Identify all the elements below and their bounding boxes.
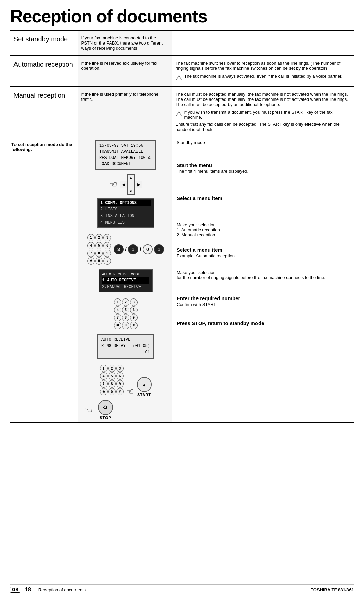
keypad-bigkeys-row: 1 2 3 4 5 6 7 8 9 ✱ (83, 233, 169, 266)
slash-2: / (140, 246, 141, 253)
step7-title: Enter the required number (177, 295, 351, 301)
key-6[interactable]: 6 (103, 242, 111, 249)
key3-1[interactable]: 1 (100, 365, 108, 372)
key-star[interactable]: ✱ (87, 257, 95, 265)
warning-automatic: ⚠ The fax machine is always activated, e… (176, 74, 351, 82)
section-manual-reception: Manual reception If the line is used pri… (10, 87, 354, 137)
key3-0[interactable]: 0 (108, 388, 116, 395)
page-title: Reception of documents (10, 0, 354, 31)
key2-2[interactable]: 2 (122, 298, 129, 306)
nav-arrows: ▲ ◀ ▶ ▼ (120, 174, 142, 195)
step6-right: Make your selection for the number of ri… (177, 270, 351, 283)
key-2[interactable]: 2 (95, 234, 103, 241)
mid-set-standby: If your fax machine is connected to the … (78, 31, 172, 56)
key3-3[interactable]: 3 (116, 365, 124, 372)
heading-set-standby: Set standby mode (10, 31, 78, 56)
left-arrow[interactable]: ◀ (120, 181, 127, 188)
key2-3[interactable]: 3 (130, 298, 138, 306)
finger-icon-2: ☞ (126, 386, 134, 397)
key3-5[interactable]: 5 (108, 372, 116, 380)
keypad-row-2: 1 2 3 4 5 6 7 8 9 ✱ (83, 297, 169, 331)
key2-star[interactable]: ✱ (114, 322, 121, 329)
warning-icon-manual: ⚠ (176, 110, 182, 118)
page-container: Reception of documents Set standby mode … (0, 0, 364, 598)
key3-9[interactable]: 9 (116, 380, 124, 388)
step2-right: Start the menu The first 4 menu items ar… (177, 162, 351, 176)
stop-label: STOP (100, 416, 111, 420)
key-4[interactable]: 4 (87, 242, 95, 249)
device-standby-display: 15-03-97 SAT 19:56 TRANSMIT AVAILABLE RE… (95, 140, 156, 171)
keypad-2: 1 2 3 4 5 6 7 8 9 ✱ (114, 298, 138, 329)
right-arrow[interactable]: ▶ (135, 181, 142, 188)
key2-4[interactable]: 4 (114, 306, 121, 314)
ring-delay-line2: RING DELAY = (01-05) (101, 343, 150, 349)
key2-8[interactable]: 8 (122, 314, 129, 321)
key-hash[interactable]: # (103, 257, 111, 265)
center-btn[interactable] (127, 181, 135, 188)
mid-manual: If the line is used primarily for teleph… (78, 87, 172, 137)
key3-4[interactable]: 4 (100, 372, 108, 380)
step7-sub: Confirm with START (177, 302, 351, 307)
steps-section: To set reception mode do the following: … (10, 137, 354, 423)
start-button-group: ⬧ START (137, 377, 152, 397)
auto-receive-item-1: 1.AUTO RECEIVE (102, 277, 149, 284)
key-7[interactable]: 7 (87, 250, 95, 257)
step4-header: Make your selection (177, 222, 351, 227)
steps-right-col: Standby mode Start the menu The first 4 … (172, 137, 354, 422)
keypad-3: 1 2 3 4 5 6 7 8 9 ✱ (100, 365, 124, 395)
key2-7[interactable]: 7 (114, 314, 121, 321)
heading-manual: Manual reception (10, 87, 78, 137)
start-button[interactable]: ⬧ (137, 377, 152, 392)
stop-row: ☞ ⭘ STOP (85, 400, 171, 420)
menu-display: 1.COMM. OPTIONS 2.LISTS 3.INSTALLATION 4… (97, 198, 154, 228)
standby-display: 15-03-97 SAT 19:56 TRANSMIT AVAILABLE RE… (95, 140, 156, 170)
display-line4: LOAD DOCUMENT (99, 161, 152, 167)
key2-1[interactable]: 1 (114, 298, 121, 306)
key2-0[interactable]: 0 (122, 322, 129, 329)
key3-star[interactable]: ✱ (100, 388, 108, 395)
key2-5[interactable]: 5 (122, 306, 129, 314)
auto-receive-display: AUTO RECEIVE MODE 1.AUTO RECEIVE 2.MANUA… (99, 269, 153, 292)
key2-hash[interactable]: # (130, 322, 138, 329)
stop-button[interactable]: ⭘ (98, 400, 113, 415)
ring-delay-num: 01 (101, 349, 150, 356)
big-key-1b[interactable]: 1 (154, 244, 164, 254)
keypad-left: 1 2 3 4 5 6 7 8 9 ✱ (87, 234, 111, 265)
ring-delay-display: AUTO RECEIVE RING DELAY = (01-05) 01 (97, 334, 154, 359)
section-automatic-reception: Automatic reception If the line is reser… (10, 56, 354, 87)
key2-9[interactable]: 9 (130, 314, 138, 321)
key-1[interactable]: 1 (87, 234, 95, 241)
steps-label: To set reception mode do the following: (10, 137, 78, 422)
step3-right: Select a menu item (177, 195, 351, 209)
big-key-1[interactable]: 1 (128, 244, 138, 254)
step5-right: Select a menu item Example: Automatic re… (177, 247, 351, 260)
footer-section-title: Reception of documents (38, 587, 86, 592)
key-5[interactable]: 5 (95, 242, 103, 249)
key3-8[interactable]: 8 (108, 380, 116, 388)
key-0[interactable]: 0 (95, 257, 103, 265)
menu-display-block: 1.COMM. OPTIONS 2.LISTS 3.INSTALLATION 4… (97, 198, 154, 229)
key3-6[interactable]: 6 (116, 372, 124, 380)
big-key-3[interactable]: 3 (114, 244, 124, 254)
right-automatic: The fax machine switches over to recepti… (172, 56, 354, 87)
step1-right: Standby mode (177, 140, 351, 153)
key2-6[interactable]: 6 (130, 306, 138, 314)
down-arrow[interactable]: ▼ (127, 188, 135, 195)
big-keys-group: 3 / 1 / 0 1 (114, 244, 164, 254)
up-arrow[interactable]: ▲ (127, 174, 135, 181)
key-3[interactable]: 3 (103, 234, 111, 241)
auto-receive-header: AUTO RECEIVE MODE (102, 272, 149, 278)
key-8[interactable]: 8 (95, 250, 103, 257)
slash-1: / (125, 246, 127, 253)
step8-title: Press STOP, return to standby mode (177, 320, 351, 326)
key3-2[interactable]: 2 (108, 365, 116, 372)
footer: GB 18 Reception of documents TOSHIBA TF … (10, 584, 354, 593)
step8-right: Press STOP, return to standby mode (177, 320, 351, 334)
main-table: Set standby mode If your fax machine is … (10, 31, 354, 137)
footer-page: 18 (25, 587, 31, 593)
footer-product: TOSHIBA TF 831/861 (311, 587, 354, 592)
key-9[interactable]: 9 (103, 250, 111, 257)
key3-hash[interactable]: # (116, 388, 124, 395)
big-key-0[interactable]: 0 (143, 244, 153, 254)
key3-7[interactable]: 7 (100, 380, 108, 388)
